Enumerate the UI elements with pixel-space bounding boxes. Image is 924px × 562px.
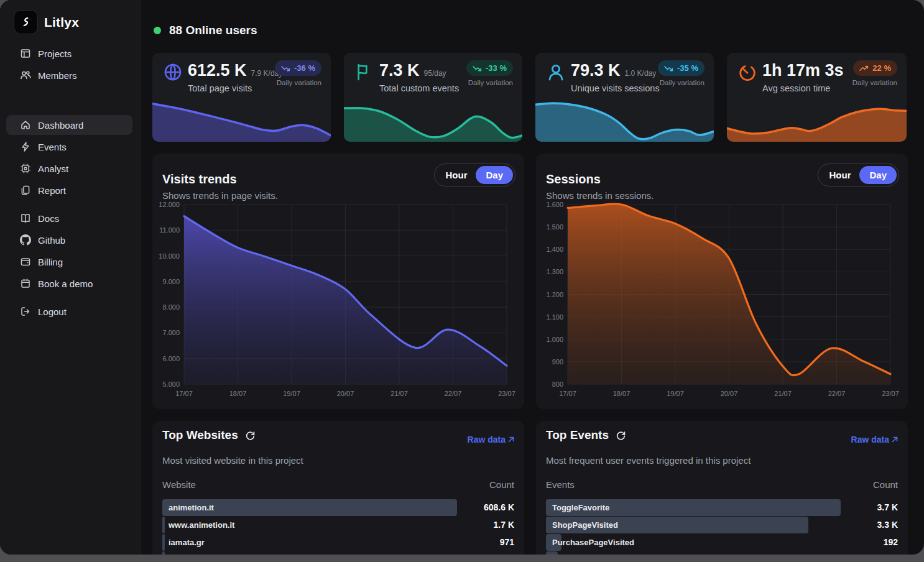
sidebar-item-dashboard[interactable]: Dashboard — [6, 115, 132, 135]
day-toggle-button[interactable]: Day — [859, 166, 897, 184]
stat-value: 612.5 K — [188, 61, 247, 80]
top-websites-card: Top Websites Raw data Most visited websi… — [152, 421, 524, 555]
interval-toggle: Hour Day — [818, 164, 899, 187]
table-row: animetion.it 608.6 K — [162, 499, 514, 516]
stat-card-avg-session-time: 1h 17m 3s Avg session time 22 % Daily va… — [727, 53, 907, 142]
svg-text:9.000: 9.000 — [162, 278, 180, 285]
trend-up-icon — [859, 65, 869, 72]
day-toggle-button[interactable]: Day — [476, 166, 513, 184]
row-count: 3.7 K — [877, 502, 898, 512]
svg-text:20/07: 20/07 — [721, 390, 738, 397]
sidebar-item-label: Analyst — [38, 164, 68, 174]
sidebar-item-book-a-demo[interactable]: Book a demo — [6, 274, 132, 293]
hour-toggle-button[interactable]: Hour — [820, 166, 859, 184]
svg-text:22/07: 22/07 — [828, 390, 846, 397]
stat-rate: 95/day — [424, 69, 446, 78]
row-bar — [162, 534, 165, 551]
sidebar: Litlyx Projects Members Dashboard Events… — [0, 0, 141, 555]
badge-value: -33 % — [486, 63, 507, 73]
raw-data-label: Raw data — [851, 435, 889, 445]
badge-caption: Daily variation — [468, 79, 513, 86]
table-row: ToggleFavorite 3.7 K — [546, 499, 898, 516]
svg-text:1.100: 1.100 — [546, 313, 563, 321]
daily-variation-badge: -33 % — [466, 60, 513, 76]
row-bar — [162, 551, 165, 555]
svg-text:17/07: 17/07 — [175, 390, 193, 397]
svg-text:5.000: 5.000 — [162, 380, 180, 388]
sidebar-item-label: Members — [38, 70, 77, 81]
badge-value: -35 % — [677, 63, 698, 73]
svg-text:19/07: 19/07 — [667, 390, 684, 397]
row-count: 192 — [884, 537, 898, 547]
sidebar-item-analyst[interactable]: Analyst — [6, 159, 132, 178]
table-row: www.animetion.it 1.7 K — [162, 517, 514, 533]
ai-chip-icon — [20, 163, 31, 174]
raw-data-link[interactable]: Raw data — [468, 435, 514, 445]
sidebar-item-github[interactable]: Github — [6, 230, 132, 250]
svg-text:20/07: 20/07 — [337, 390, 354, 397]
card-subtitle: Most visited website in this project — [162, 455, 303, 466]
sidebar-item-label: Dashboard — [38, 120, 83, 131]
daily-variation-badge: -35 % — [658, 60, 705, 76]
row-label: ToggleFavorite — [552, 503, 609, 512]
svg-text:1.500: 1.500 — [546, 223, 563, 231]
projects-icon — [20, 48, 31, 59]
sparkline-chart — [344, 97, 522, 142]
stat-label: Unique visits sessions — [571, 83, 660, 93]
svg-text:19/07: 19/07 — [283, 390, 300, 397]
svg-text:18/07: 18/07 — [229, 390, 247, 397]
card-subtitle: Most frequent user events triggered in t… — [546, 455, 751, 466]
badge-value: -36 % — [294, 63, 315, 73]
sidebar-item-billing[interactable]: Billing — [6, 252, 132, 272]
row-bar — [546, 551, 558, 555]
hour-toggle-button[interactable]: Hour — [437, 166, 476, 184]
book-icon — [20, 213, 31, 224]
svg-text:10.000: 10.000 — [159, 252, 180, 260]
svg-text:23/07: 23/07 — [882, 390, 899, 397]
refresh-icon[interactable] — [616, 430, 626, 441]
visits-trends-card: Visits trends Shows trends in page visit… — [152, 154, 524, 409]
lightning-icon — [20, 141, 31, 152]
sessions-card: Sessions Shows trends in sessions. Hour … — [536, 154, 908, 409]
row-label: PurchasePageVisited — [552, 538, 634, 547]
svg-text:900: 900 — [552, 358, 563, 366]
sparkline-chart — [727, 97, 907, 142]
top-events-card: Top Events Raw data Most frequent user e… — [536, 421, 908, 555]
svg-text:800: 800 — [552, 380, 563, 388]
sidebar-item-logout[interactable]: Logout — [6, 302, 132, 321]
app-window: Litlyx Projects Members Dashboard Events… — [0, 0, 924, 555]
stat-label: Avg session time — [762, 83, 830, 93]
svg-text:12.000: 12.000 — [159, 201, 180, 208]
svg-text:1.600: 1.600 — [546, 201, 563, 208]
sidebar-item-label: Docs — [38, 213, 59, 224]
badge-caption: Daily variation — [852, 79, 897, 86]
sidebar-item-docs[interactable]: Docs — [6, 208, 132, 228]
row-count: 3.3 K — [877, 520, 898, 530]
trend-down-icon — [281, 65, 290, 72]
raw-data-link[interactable]: Raw data — [851, 435, 898, 445]
wallet-icon — [20, 256, 31, 267]
svg-text:8.000: 8.000 — [162, 303, 180, 311]
user-icon — [546, 62, 566, 82]
stat-value: 7.3 K — [379, 61, 420, 80]
online-users-label: 88 Online users — [169, 24, 257, 37]
card-title: Top Websites — [162, 428, 238, 442]
badge-caption: Daily variation — [660, 79, 705, 86]
svg-text:23/07: 23/07 — [498, 390, 515, 397]
sidebar-item-projects[interactable]: Projects — [6, 44, 132, 63]
row-label: ShopPageVisited — [552, 520, 618, 530]
sidebar-item-report[interactable]: Report — [6, 180, 132, 200]
sidebar-item-members[interactable]: Members — [6, 65, 132, 85]
svg-text:22/07: 22/07 — [445, 390, 462, 397]
sidebar-item-events[interactable]: Events — [6, 137, 132, 157]
online-dot — [154, 27, 161, 34]
home-icon — [20, 119, 31, 131]
table-row: ShopPageVisited 3.3 K — [546, 517, 898, 533]
refresh-icon[interactable] — [245, 430, 256, 441]
sidebar-item-label: Projects — [38, 48, 72, 59]
column-header: Count — [489, 479, 514, 490]
table-row: PurchasePageVisited 192 — [546, 534, 898, 551]
brand: Litlyx — [14, 10, 79, 34]
interval-toggle: Hour Day — [434, 164, 515, 187]
flag-icon — [354, 62, 374, 82]
